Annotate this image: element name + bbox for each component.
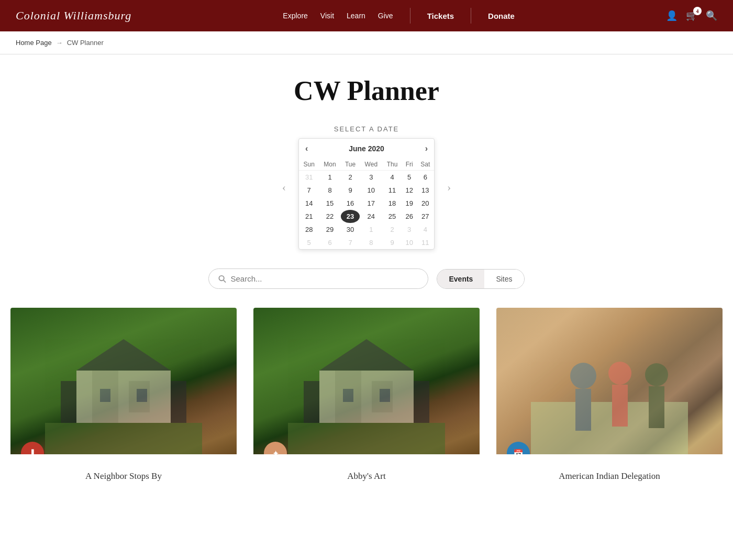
calendar-day[interactable]: 25 — [382, 210, 402, 223]
svg-line-1 — [224, 280, 226, 282]
calendar-day[interactable]: 22 — [319, 210, 340, 223]
card-1: ⬇ A Neighbor Stops By — [10, 308, 237, 490]
search-input[interactable] — [231, 274, 419, 283]
card-2-body: Abby's Art — [253, 454, 480, 490]
account-icon[interactable]: 👤 — [666, 10, 678, 21]
svg-rect-17 — [343, 389, 353, 402]
main-content: CW Planner ‹ SELECT A DATE ‹ June 2020 ›… — [0, 54, 733, 511]
calendar-day[interactable]: 30 — [341, 223, 360, 236]
calendar-day[interactable]: 13 — [417, 184, 434, 197]
nav-explore[interactable]: Explore — [283, 12, 307, 20]
calendar-day[interactable]: 6 — [417, 171, 434, 184]
svg-rect-19 — [288, 423, 445, 454]
weekday-wed: Wed — [360, 159, 382, 171]
calendar-day[interactable]: 16 — [341, 197, 360, 210]
calendar-day[interactable]: 11 — [417, 236, 434, 249]
svg-point-23 — [608, 362, 631, 385]
calendar-day[interactable]: 6 — [319, 236, 340, 249]
svg-rect-24 — [612, 385, 628, 427]
card-3-illustration — [496, 308, 723, 454]
svg-point-21 — [570, 363, 596, 389]
calendar-day[interactable]: 24 — [360, 210, 382, 223]
calendar-day[interactable]: 14 — [299, 197, 319, 210]
svg-marker-3 — [76, 339, 171, 371]
calendar-day[interactable]: 8 — [360, 236, 382, 249]
calendar-day[interactable]: 28 — [299, 223, 319, 236]
calendar-day[interactable]: 29 — [319, 223, 340, 236]
calendar-day[interactable]: 20 — [417, 197, 434, 210]
calendar-day[interactable]: 21 — [299, 210, 319, 223]
calendar-month-label: June 2020 — [349, 144, 384, 153]
calendar-day[interactable]: 1 — [319, 171, 340, 184]
weekday-thu: Thu — [382, 159, 402, 171]
navigation: Colonial Williamsburg Explore Visit Lear… — [0, 0, 733, 31]
calendar-day[interactable]: 4 — [382, 171, 402, 184]
breadcrumb-home[interactable]: Home Page — [16, 39, 52, 47]
breadcrumb: Home Page → CW Planner — [0, 31, 733, 54]
calendar-day[interactable]: 7 — [299, 184, 319, 197]
nav-divider-1 — [410, 8, 410, 24]
nav-tickets[interactable]: Tickets — [427, 12, 454, 20]
svg-rect-22 — [575, 389, 591, 431]
nav-visit[interactable]: Visit — [320, 12, 334, 20]
next-month-button[interactable]: › — [425, 144, 428, 153]
calendar-grid: Sun Mon Tue Wed Thu Fri Sat 311234567891… — [299, 159, 434, 249]
prev-date-arrow[interactable]: ‹ — [278, 178, 290, 196]
nav-divider-2 — [471, 8, 471, 24]
calendar-day[interactable]: 9 — [382, 236, 402, 249]
calendar-day[interactable]: 12 — [402, 184, 417, 197]
calendar-day[interactable]: 23 — [341, 210, 360, 223]
calendar-day[interactable]: 2 — [341, 171, 360, 184]
search-filter-row: Events Sites — [10, 268, 723, 289]
weekday-fri: Fri — [402, 159, 417, 171]
cards-grid: ⬇ A Neighbor Stops By — [10, 308, 723, 490]
calendar-day[interactable]: 3 — [402, 223, 417, 236]
nav-donate[interactable]: Donate — [488, 12, 515, 20]
calendar-day[interactable]: 3 — [360, 171, 382, 184]
calendar-day[interactable]: 10 — [402, 236, 417, 249]
calendar-day[interactable]: 15 — [319, 197, 340, 210]
nav-links: Explore Visit Learn Give Tickets Donate — [283, 8, 515, 24]
svg-rect-9 — [137, 389, 147, 402]
calendar-day[interactable]: 4 — [417, 223, 434, 236]
calendar-day[interactable]: 26 — [402, 210, 417, 223]
calendar-day[interactable]: 18 — [382, 197, 402, 210]
page-title: CW Planner — [10, 75, 723, 106]
cart-icon[interactable]: 🛒 4 — [686, 10, 697, 21]
filter-sites-tab[interactable]: Sites — [484, 270, 524, 288]
calendar-day[interactable]: 27 — [417, 210, 434, 223]
card-2: ✦ Abby's Art — [253, 308, 480, 490]
svg-rect-18 — [380, 389, 390, 402]
next-date-arrow[interactable]: › — [443, 178, 455, 196]
card-3-body: American Indian Delegation — [496, 454, 723, 490]
site-logo[interactable]: Colonial Williamsburg — [16, 9, 131, 23]
select-date-label: SELECT A DATE — [334, 125, 399, 133]
date-selector: ‹ SELECT A DATE ‹ June 2020 › Sun Mon Tu… — [10, 125, 723, 250]
card-3-image: 📅 — [496, 308, 723, 454]
calendar-day[interactable]: 31 — [299, 171, 319, 184]
card-3: 📅 American Indian Delegation — [496, 308, 723, 490]
calendar-day[interactable]: 19 — [402, 197, 417, 210]
calendar-day[interactable]: 5 — [402, 171, 417, 184]
nav-give[interactable]: Give — [378, 12, 393, 20]
weekday-sat: Sat — [417, 159, 434, 171]
card-1-title: A Neighbor Stops By — [19, 471, 228, 481]
svg-rect-10 — [45, 423, 202, 454]
prev-month-button[interactable]: ‹ — [305, 144, 308, 153]
calendar-day[interactable]: 17 — [360, 197, 382, 210]
nav-learn[interactable]: Learn — [347, 12, 365, 20]
svg-point-0 — [219, 275, 224, 280]
calendar-day[interactable]: 11 — [382, 184, 402, 197]
weekday-tue: Tue — [341, 159, 360, 171]
card-1-image: ⬇ — [10, 308, 237, 454]
calendar-day[interactable]: 5 — [299, 236, 319, 249]
calendar-day[interactable]: 7 — [341, 236, 360, 249]
calendar-day[interactable]: 2 — [382, 223, 402, 236]
calendar-day[interactable]: 9 — [341, 184, 360, 197]
calendar-day[interactable]: 10 — [360, 184, 382, 197]
calendar-day[interactable]: 1 — [360, 223, 382, 236]
calendar-day[interactable]: 8 — [319, 184, 340, 197]
filter-events-tab[interactable]: Events — [437, 270, 484, 288]
calendar-header: ‹ June 2020 › — [299, 139, 434, 159]
search-icon[interactable]: 🔍 — [706, 10, 717, 21]
